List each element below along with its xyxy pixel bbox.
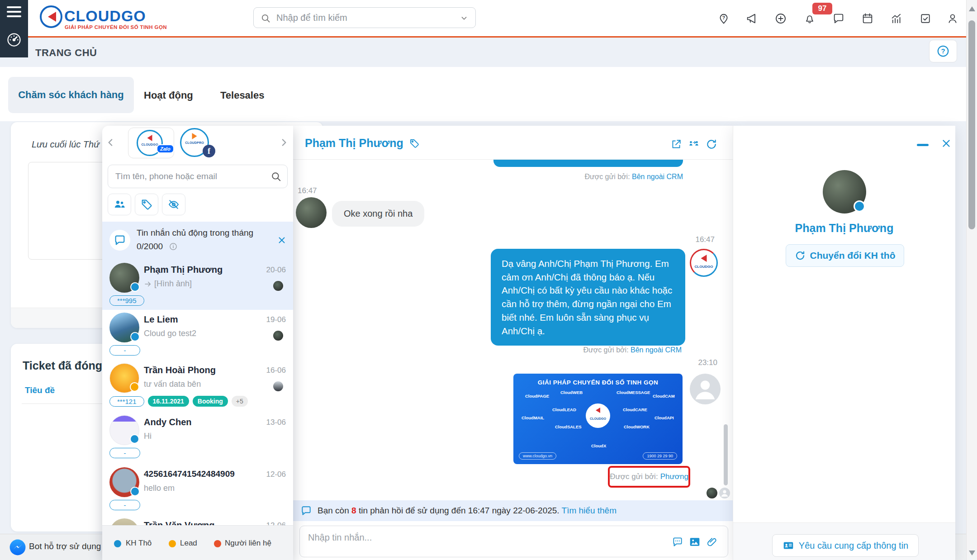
cloudgo-bot-avatar: CLOUDGO [690,249,718,277]
customer-type-legend: KH Thô Lead Người liên hệ [102,525,293,560]
help-button[interactable]: ? [929,40,957,62]
quota-chat-icon [109,230,130,251]
brand-name: CLOUDGO [64,7,146,25]
legend-dot-raw [114,540,121,547]
chat-icon[interactable] [832,12,845,25]
avatar [109,467,139,497]
channel-tab-zalo[interactable]: CLOUDGO Zalo [128,128,174,158]
read-receipt-avatar [707,488,717,498]
close-icon[interactable] [940,138,952,149]
phone-tag: - [109,345,140,356]
refresh-icon[interactable] [706,138,717,150]
global-search [253,7,476,28]
sent-by-line: Được gửi bởi: Bên ngoài CRM [583,346,682,354]
messenger-icon[interactable] [9,539,26,556]
facebook-badge-icon: f [203,145,215,157]
conversation-title: Phạm Thị Phương [305,137,420,150]
channel-tab-facebook[interactable]: CLOUDPRO f [180,128,219,157]
location-icon[interactable]: ? [717,12,730,25]
filter-hidden-button[interactable] [162,194,185,215]
scroll-up-arrow-icon[interactable] [969,6,975,11]
tag-icon[interactable] [409,138,420,149]
legend-dot-contact [214,540,221,547]
tab-cham-soc-khach-hang[interactable]: Chăm sóc khách hàng [8,77,134,113]
megaphone-icon[interactable] [745,12,758,25]
contact-avatar [296,197,327,228]
list-item-4256164741542484909[interactable]: 4256164741542484909 hello em 12-06 - [102,465,293,516]
filter-tags-button[interactable] [135,194,158,215]
hamburger-menu-icon[interactable] [0,6,28,21]
legend-dot-lead [169,540,176,547]
list-item-le-liem[interactable]: Le Liem Cloud go test2 19-06 - [102,310,293,361]
message-time: 16:47 [298,186,317,195]
dashboard-gauge-icon[interactable] [6,32,22,48]
placeholder-avatar [690,374,721,404]
svg-text:?: ? [941,47,945,55]
tab-hoat-dong[interactable]: Hoạt động [144,90,193,101]
list-item-andy-chen[interactable]: Andy Chen Hi 13-06 - [102,413,293,465]
attach-file-icon[interactable] [706,536,718,548]
phone-tag: - [109,448,140,458]
read-receipt-placeholder-avatar [719,488,730,498]
tab-telesales[interactable]: Telesales [220,90,264,101]
contact-search-input[interactable] [114,169,266,184]
scrollbar-thumb[interactable] [968,20,975,229]
convert-raw-customer-button[interactable]: Chuyển đổi KH thô [786,244,904,267]
calendar-icon[interactable] [861,12,874,25]
agent-avatar [273,281,283,291]
filter-contacts-button[interactable] [108,194,131,215]
booking-tag: Booking [193,396,228,407]
channel-next-icon[interactable] [278,137,289,148]
task-check-icon[interactable] [919,12,932,25]
svg-text:?: ? [722,15,725,20]
top-header: CLOUDGO GIẢI PHÁP CHUYỂN ĐỔI SỐ TINH GỌN… [0,0,977,36]
message-input[interactable] [307,532,662,553]
phone-tag: ***121 [109,396,144,407]
contact-avatar-large [823,170,866,214]
messages-scrollbar[interactable] [724,424,728,485]
list-item-pham-thi-phuong[interactable]: Phạm Thị Phương [Hình ảnh] 20-06 ***995 [102,260,293,310]
message-time: 16:47 [695,235,715,244]
request-info-button[interactable]: Yêu cầu cung cấp thông tin [772,534,919,557]
reply-arrow-icon [144,280,152,288]
message-time: 23:10 [698,358,717,367]
quick-reply-icon[interactable] [672,536,683,548]
user-icon[interactable] [946,12,959,25]
page-title: TRANG CHỦ [35,47,97,59]
message-input-box [299,526,728,557]
search-icon[interactable] [270,171,282,182]
ticket-column-title[interactable]: Tiêu đề [25,385,55,395]
quota-count: 0/2000 [137,242,178,252]
search-icon [260,13,271,24]
learn-more-link[interactable]: Tìm hiểu thêm [562,506,617,515]
global-search-input[interactable] [275,9,440,26]
autosave-status: Lưu cuối lúc Thứ 6 [32,139,107,150]
analytics-icon[interactable] [890,12,903,25]
image-message-cloudgo-banner[interactable]: GIẢI PHÁP CHUYỂN ĐỔI SỐ TINH GỌN CloudPA… [513,374,683,464]
scroll-down-arrow-icon[interactable] [969,551,975,555]
header-divider [0,36,977,38]
plus-circle-icon[interactable] [774,12,787,25]
minimize-icon[interactable] [917,144,929,146]
legend-label-lead: Lead [180,539,197,548]
outgoing-message: Dạ vâng Anh/Chị Phạm Thị Phương. Em cảm … [491,249,685,346]
avatar [109,313,139,342]
chat-list-panel: CLOUDGO Zalo CLOUDPRO f Tin nhắn chủ độn… [102,126,293,560]
bot-support-label[interactable]: Bot hỗ trợ sử dụng [29,541,101,551]
proactive-message-quota-banner: Tin nhắn chủ động trong tháng 0/2000 [102,222,293,260]
list-item-tran-hoai-phong[interactable]: Trần Hoài Phong tư vấn data bên 16-06 **… [102,361,293,413]
reply-quota-notice: Bạn còn 8 tin phản hồi để sử dụng đến 16… [293,500,733,521]
id-card-icon [783,540,794,551]
transfer-conversation-icon[interactable] [688,138,699,150]
legend-label-raw: KH Thô [126,539,152,548]
avatar [109,263,139,293]
channel-prev-icon[interactable] [105,137,117,148]
conversation-panel: Phạm Thị Phương Được gửi bởi: Bên ngoài … [293,126,733,560]
phone-tag: - [109,500,140,510]
quota-close-icon[interactable] [277,235,287,245]
chevron-down-icon[interactable] [459,13,469,23]
open-external-icon[interactable] [670,138,682,150]
page-scrollbar[interactable] [966,0,977,560]
date-tag: 16.11.2021 [148,396,189,407]
attach-image-icon[interactable] [689,536,701,548]
